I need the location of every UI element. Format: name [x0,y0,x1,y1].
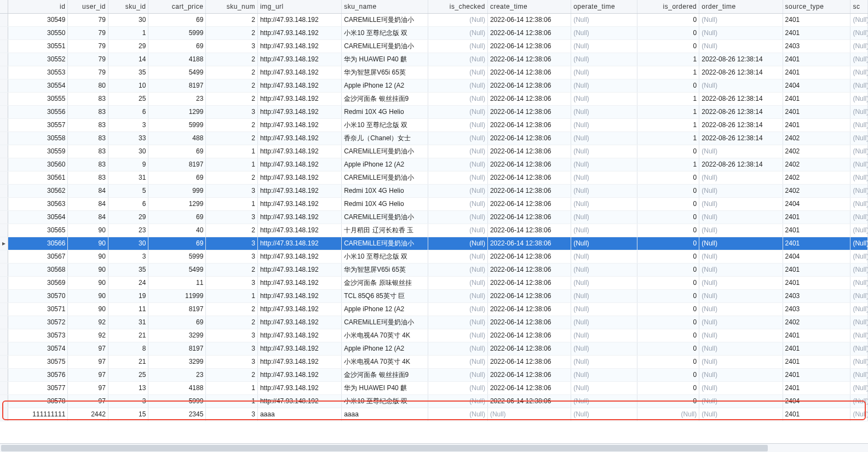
cell-order_time[interactable]: (Null) [699,26,783,39]
cell-source_type[interactable]: 2404 [783,197,850,210]
cell-is_checked[interactable]: (Null) [428,79,487,92]
cell-operate_time[interactable]: (Null) [571,118,637,131]
cell-source_type[interactable]: 2402 [783,131,850,145]
table-row[interactable]: 3056384612991http://47.93.148.192Redmi 1… [0,197,868,210]
table-row[interactable]: 3057497881973http://47.93.148.192Apple i… [0,342,868,355]
cell-sku_name[interactable]: Apple iPhone 12 (A2 [342,342,428,355]
cell-operate_time[interactable]: (Null) [571,79,637,92]
cell-source_type[interactable]: 2401 [783,237,850,250]
cell-id[interactable]: 30562 [8,184,68,197]
table-row[interactable]: ▸305669030693http://47.93.148.192CAREMiL… [0,237,868,250]
cell-is_ordered[interactable]: 0 [637,13,699,26]
cell-operate_time[interactable]: (Null) [571,394,637,408]
cell-sku_num[interactable]: 2 [206,316,258,329]
cell-user_id[interactable]: 79 [68,66,108,79]
cell-sc[interactable]: (Null) [850,368,868,381]
cell-img_url[interactable]: http://47.93.148.192 [257,368,341,381]
cell-sku_num[interactable]: 1 [206,381,258,394]
cell-source_type[interactable]: 2402 [783,316,850,329]
cell-sku_num[interactable]: 3 [206,250,258,263]
cell-order_time[interactable]: (Null) [699,355,783,368]
cell-is_checked[interactable]: (Null) [428,316,487,329]
cell-operate_time[interactable]: (Null) [571,131,637,145]
cell-sc[interactable]: (Null) [850,66,868,79]
cell-order_time[interactable]: (Null) [699,394,783,408]
cell-sku_name[interactable]: Apple iPhone 12 (A2 [342,158,428,171]
cell-sku_name[interactable]: CAREMiLLE珂曼奶油小 [342,13,428,26]
cell-source_type[interactable]: 2401 [783,210,850,224]
cell-user_id[interactable]: 79 [68,13,108,26]
cell-source_type[interactable]: 2402 [783,158,850,171]
cell-create_time[interactable]: 2022-06-14 12:38:06 [487,316,571,329]
cell-is_ordered[interactable]: 0 [637,145,699,158]
cell-sku_id[interactable]: 31 [108,316,148,329]
cell-order_time[interactable]: (Null) [699,184,783,197]
cell-sku_name[interactable]: 金沙河面条 银丝挂面9 [342,92,428,105]
cell-source_type[interactable]: 2402 [783,171,850,184]
cell-sku_id[interactable]: 3 [108,394,148,408]
cell-sc[interactable]: (Null) [850,263,868,276]
table-row[interactable]: 30554801081972http://47.93.148.192Apple … [0,79,868,92]
cell-sku_id[interactable]: 29 [108,39,148,53]
cell-is_ordered[interactable]: 0 [637,79,699,92]
cell-create_time[interactable]: 2022-06-14 12:38:06 [487,302,571,316]
cell-sku_num[interactable]: 3 [206,408,258,421]
cell-order_time[interactable]: 2022-08-26 12:38:14 [699,53,783,66]
cell-create_time[interactable]: 2022-06-14 12:38:06 [487,13,571,26]
cell-cart_price[interactable]: 3299 [148,329,206,342]
cell-sku_id[interactable]: 29 [108,210,148,224]
cell-img_url[interactable]: http://47.93.148.192 [257,118,341,131]
cell-is_checked[interactable]: (Null) [428,394,487,408]
cell-operate_time[interactable]: (Null) [571,13,637,26]
cell-source_type[interactable]: 2401 [783,355,850,368]
cell-user_id[interactable]: 90 [68,302,108,316]
cell-sku_id[interactable]: 13 [108,381,148,394]
cell-order_time[interactable]: (Null) [699,39,783,53]
cell-cart_price[interactable]: 8197 [148,342,206,355]
cell-user_id[interactable]: 84 [68,184,108,197]
cell-user_id[interactable]: 83 [68,171,108,184]
cell-sku_id[interactable]: 31 [108,171,148,184]
cell-id[interactable]: 30550 [8,26,68,39]
cell-create_time[interactable]: 2022-06-14 12:38:06 [487,289,571,302]
cell-source_type[interactable]: 2404 [783,394,850,408]
cell-cart_price[interactable]: 4188 [148,381,206,394]
cell-img_url[interactable]: http://47.93.148.192 [257,381,341,394]
cell-user_id[interactable]: 97 [68,394,108,408]
cell-img_url[interactable]: http://47.93.148.192 [257,26,341,39]
cell-is_checked[interactable]: (Null) [428,118,487,131]
cell-is_checked[interactable]: (Null) [428,302,487,316]
cell-id[interactable]: 30571 [8,302,68,316]
table-row[interactable]: 30573922132993http://47.93.148.192小米电视4A… [0,329,868,342]
cell-operate_time[interactable]: (Null) [571,237,637,250]
cell-img_url[interactable]: http://47.93.148.192 [257,263,341,276]
table-row[interactable]: 305769725232http://47.93.148.192金沙河面条 银丝… [0,368,868,381]
cell-id[interactable]: 30563 [8,197,68,210]
col-header-sc[interactable]: sc [850,0,868,13]
cell-cart_price[interactable]: 488 [148,131,206,145]
cell-sku_num[interactable]: 1 [206,394,258,408]
cell-user_id[interactable]: 90 [68,250,108,263]
cell-sku_num[interactable]: 2 [206,92,258,105]
cell-cart_price[interactable]: 5999 [148,118,206,131]
cell-source_type[interactable]: 2401 [783,26,850,39]
cell-user_id[interactable]: 97 [68,368,108,381]
cell-sku_num[interactable]: 3 [206,342,258,355]
cell-sku_num[interactable]: 1 [206,289,258,302]
cell-is_checked[interactable]: (Null) [428,355,487,368]
cell-create_time[interactable]: 2022-06-14 12:38:06 [487,197,571,210]
cell-source_type[interactable]: 2401 [783,66,850,79]
cell-sku_name[interactable]: 金沙河面条 原味银丝挂 [342,276,428,289]
cell-create_time[interactable]: 2022-06-14 12:38:06 [487,237,571,250]
cell-img_url[interactable]: http://47.93.148.192 [257,53,341,66]
cell-is_ordered[interactable]: 0 [637,26,699,39]
cell-is_checked[interactable]: (Null) [428,263,487,276]
cell-img_url[interactable]: http://47.93.148.192 [257,145,341,158]
cell-img_url[interactable]: http://47.93.148.192 [257,39,341,53]
cell-sku_name[interactable]: 小米10 至尊纪念版 双 [342,394,428,408]
cell-id[interactable]: 30551 [8,39,68,53]
table-row[interactable]: 305618331692http://47.93.148.192CAREMiLL… [0,171,868,184]
cell-source_type[interactable]: 2401 [783,118,850,131]
cell-img_url[interactable]: http://47.93.148.192 [257,342,341,355]
cell-sku_name[interactable]: Redmi 10X 4G Helio [342,105,428,118]
